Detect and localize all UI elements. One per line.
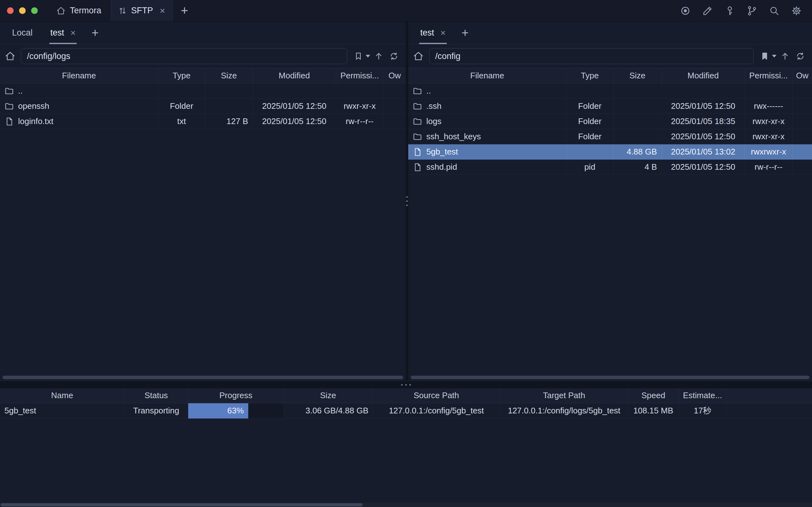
file-size: 4.88 GB — [613, 145, 661, 160]
refresh-icon[interactable] — [794, 49, 807, 63]
tab-local[interactable]: Local — [3, 21, 42, 44]
close-icon[interactable]: × — [70, 29, 75, 38]
file-permissions: rwxr-xr-x — [745, 114, 792, 129]
column-header-filename[interactable]: Filename — [0, 68, 158, 83]
transfer-source-path: 127.0.0.1:/config/5gb_test — [372, 403, 500, 418]
remote-pane: test × + — [408, 21, 812, 381]
file-name: logs — [426, 116, 442, 126]
column-header-source-path: Source Path — [372, 388, 500, 403]
column-header-type[interactable]: Type — [566, 68, 613, 83]
horizontal-scrollbar[interactable] — [3, 376, 403, 379]
column-header-size[interactable]: Size — [613, 68, 661, 83]
file-modified: 2025/01/05 18:35 — [661, 114, 745, 129]
file-size — [613, 129, 661, 145]
file-permissions: rwxr-xr-x — [745, 129, 792, 145]
edit-icon[interactable] — [702, 5, 713, 16]
transfer-name: 5gb_test — [0, 403, 124, 418]
column-header-target-path: Target Path — [500, 388, 628, 403]
local-path-input[interactable] — [21, 48, 347, 64]
minimize-window-button[interactable] — [19, 7, 26, 14]
parent-directory-icon[interactable] — [778, 49, 792, 63]
file-name: .ssh — [426, 101, 442, 111]
column-header-owner[interactable]: Ow — [792, 68, 812, 83]
column-header-type[interactable]: Type — [158, 68, 205, 83]
file-row[interactable]: logs Folder 2025/01/05 18:35 rwxr-xr-x — [408, 114, 812, 129]
tab-sftp[interactable]: SFTP × — [111, 0, 173, 21]
file-modified: 2025/01/05 12:50 — [661, 129, 745, 145]
transfer-queue: Name Status Progress Size Source Path Ta… — [0, 388, 812, 507]
progress-bar: 63% — [188, 403, 284, 418]
drag-handle-icon — [406, 196, 408, 206]
add-tab-button-left[interactable]: + — [85, 21, 105, 44]
pane-splitter[interactable] — [406, 21, 408, 381]
column-header-filename[interactable]: Filename — [408, 68, 566, 83]
chevron-down-icon[interactable] — [366, 55, 370, 58]
titlebar: Termora SFTP × + — [0, 0, 812, 21]
chevron-down-icon[interactable] — [772, 55, 776, 58]
file-name: .. — [18, 86, 22, 96]
transfer-status: Transporting — [124, 403, 188, 418]
column-header-permissions[interactable]: Permissi... — [745, 68, 792, 83]
table-header-row: Filename Type Size Modified Permissi... … — [408, 68, 812, 83]
tab-test-right[interactable]: test × — [412, 21, 454, 44]
column-header-name: Name — [0, 388, 124, 403]
file-modified: 2025/01/05 12:50 — [661, 99, 745, 114]
bookmark-icon[interactable] — [758, 49, 771, 63]
file-row[interactable]: openssh Folder 2025/01/05 12:50 rwxr-xr-… — [0, 99, 406, 114]
file-row[interactable]: .ssh Folder 2025/01/05 12:50 rwx------ — [408, 99, 812, 114]
remote-file-table: Filename Type Size Modified Permissi... … — [408, 68, 812, 381]
column-header-size[interactable]: Size — [205, 68, 253, 83]
home-icon[interactable] — [412, 50, 425, 62]
add-tab-button-right[interactable]: + — [454, 21, 476, 44]
new-tab-button[interactable]: + — [173, 0, 197, 21]
scrollbar-thumb[interactable] — [1, 503, 363, 506]
file-icon — [413, 147, 422, 157]
column-header-modified[interactable]: Modified — [253, 68, 336, 83]
file-name: 5gb_test — [426, 147, 458, 157]
file-row[interactable]: .. — [408, 83, 812, 99]
tab-test-left[interactable]: test × — [42, 21, 85, 44]
column-header-status: Status — [124, 388, 188, 403]
file-size: 127 B — [205, 114, 253, 129]
refresh-icon[interactable] — [387, 49, 400, 63]
remote-path-input[interactable] — [429, 48, 754, 64]
transfer-row[interactable]: 5gb_test Transporting 63% 3.06 GB/4.88 G… — [0, 403, 812, 418]
parent-directory-icon[interactable] — [372, 49, 385, 63]
file-type — [566, 145, 613, 160]
app-tab-label: Termora — [70, 6, 101, 15]
home-icon[interactable] — [4, 50, 16, 62]
folder-icon — [4, 102, 14, 111]
settings-icon[interactable] — [791, 5, 802, 16]
branch-icon[interactable] — [747, 5, 757, 16]
column-header-progress: Progress — [188, 388, 284, 403]
file-type — [566, 83, 613, 99]
transfer-panel-splitter[interactable] — [0, 381, 812, 388]
tab-termora[interactable]: Termora — [47, 0, 111, 21]
file-type: txt — [158, 114, 205, 129]
column-header-permissions[interactable]: Permissi... — [336, 68, 383, 83]
record-icon[interactable] — [680, 5, 691, 16]
horizontal-scrollbar[interactable] — [411, 376, 809, 379]
bookmark-icon[interactable] — [352, 49, 365, 63]
sftp-dual-pane: Local test × + — [0, 21, 812, 381]
column-header-owner[interactable]: Ow — [383, 68, 406, 83]
local-file-table: Filename Type Size Modified Permissi... … — [0, 68, 406, 381]
file-type — [158, 83, 205, 99]
zoom-window-button[interactable] — [31, 7, 38, 14]
folder-icon — [4, 86, 14, 96]
column-header-modified[interactable]: Modified — [661, 68, 745, 83]
close-icon[interactable]: × — [441, 29, 446, 38]
search-icon[interactable] — [769, 5, 779, 16]
key-icon[interactable] — [724, 5, 735, 16]
close-icon[interactable]: × — [160, 6, 165, 15]
file-modified — [661, 83, 745, 99]
file-row[interactable]: ssh_host_keys Folder 2025/01/05 12:50 rw… — [408, 129, 812, 145]
file-row-selected[interactable]: 5gb_test 4.88 GB 2025/01/05 13:02 rwxrwx… — [408, 145, 812, 160]
remote-pathbar — [408, 44, 812, 68]
file-modified — [253, 83, 336, 99]
file-row[interactable]: sshd.pid pid 4 B 2025/01/05 12:50 rw-r--… — [408, 160, 812, 175]
file-row[interactable]: .. — [0, 83, 406, 99]
remote-path-actions — [758, 49, 807, 63]
close-window-button[interactable] — [7, 7, 14, 14]
file-row[interactable]: loginfo.txt txt 127 B 2025/01/05 12:50 r… — [0, 114, 406, 129]
